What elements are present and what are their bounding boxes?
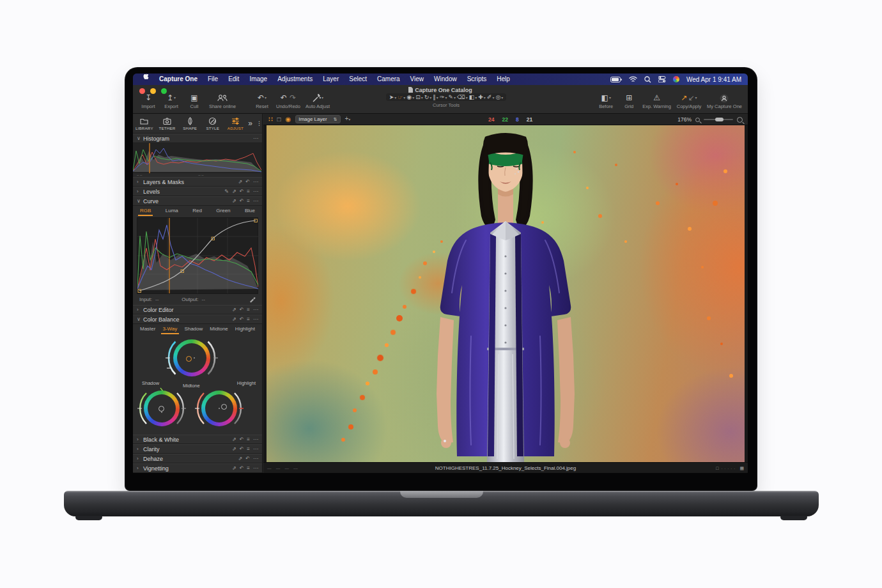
copy-adjustments-icon[interactable]: ⇗ (232, 187, 236, 196)
copy-adjustments-icon[interactable]: ⇗ (232, 445, 236, 453)
cb-tab-highlight[interactable]: Highlight (233, 325, 257, 334)
highlight-wheel-handle[interactable] (221, 404, 227, 410)
color-picker-tool[interactable]: ✑▾ (440, 94, 447, 100)
more-icon[interactable]: ⋯ (253, 178, 258, 186)
zoom-out-icon[interactable] (695, 118, 700, 122)
sidebar-tab-tether[interactable]: TETHER (156, 114, 179, 133)
before-button[interactable]: ◧▾Before (594, 93, 617, 109)
tab-overflow-menu[interactable]: ⋮ (256, 120, 262, 127)
zoom-in-icon[interactable] (737, 117, 743, 123)
grid-button[interactable]: ⊞Grid (617, 93, 640, 109)
reset-icon[interactable]: ↶ (245, 454, 250, 463)
straighten-tool[interactable]: ∥▾ (433, 94, 438, 100)
presets-icon[interactable]: ≡ (247, 315, 250, 323)
menu-help[interactable]: Help (491, 74, 515, 85)
reset-icon[interactable]: ↶ (240, 435, 244, 444)
cb-tab-midtone[interactable]: Midtone (208, 325, 229, 334)
zoom-slider-handle[interactable] (715, 118, 723, 121)
reset-button[interactable]: ↶▾Reset (251, 93, 274, 109)
reset-icon[interactable]: ↶ (240, 197, 244, 205)
menu-select[interactable]: Select (344, 74, 372, 85)
more-icon[interactable]: ⋯ (253, 306, 258, 314)
midtone-color-wheel[interactable] (173, 339, 210, 376)
wifi-icon[interactable] (629, 76, 637, 82)
loupe-tool[interactable]: ◉▾ (406, 94, 414, 100)
presets-icon[interactable]: ≡ (247, 464, 250, 472)
vignetting-panel-header[interactable]: ›Vignetting ⇗↶≡⋯ (133, 463, 262, 473)
menu-camera[interactable]: Camera (372, 74, 405, 85)
shadow-wheel-handle[interactable] (159, 406, 164, 412)
annotate-tool[interactable]: ◎▾ (495, 94, 503, 100)
menu-clock[interactable]: Wed Apr 1 9:41 AM (686, 76, 741, 83)
color-editor-panel-header[interactable]: ›Color Editor ⇗↶≡⋯ (133, 305, 262, 314)
color-balance-panel-header[interactable]: ∨Color Balance ⇗↶≡⋯ (133, 314, 262, 324)
menu-scripts[interactable]: Scripts (462, 74, 492, 85)
menu-image[interactable]: Image (244, 74, 272, 85)
rating-dots[interactable]: ····· (721, 467, 737, 470)
curve-tab-luma[interactable]: Luma (164, 206, 180, 216)
more-icon[interactable]: ⋯ (253, 197, 258, 205)
cb-tab-3way[interactable]: 3-Way (161, 325, 180, 334)
reset-icon[interactable]: ↶ (240, 445, 244, 453)
auto-levels-icon[interactable]: ✎ (224, 187, 229, 196)
presets-icon[interactable]: ≡ (247, 197, 250, 205)
eyedropper-icon[interactable] (249, 297, 256, 303)
copy-adjustments-icon[interactable]: ⇗ (238, 454, 243, 463)
color-profile-icon[interactable] (673, 76, 679, 82)
copy-adjustments-icon[interactable]: ⇗ (232, 435, 236, 444)
menu-layer[interactable]: Layer (318, 74, 344, 85)
cull-button[interactable]: ▣Cull (183, 93, 206, 109)
menu-view[interactable]: View (405, 74, 429, 85)
curve-panel-header[interactable]: ∨Curve ⇗↶≡⋯ (133, 196, 262, 206)
menu-file[interactable]: File (203, 74, 223, 85)
reset-icon[interactable]: ↶ (240, 306, 244, 314)
auto-adjust-button[interactable]: ▾ Auto Adjust (303, 93, 332, 109)
layer-select[interactable]: Image Layer⇅ (295, 115, 340, 123)
sidebar-tab-style[interactable]: STYLE (201, 114, 224, 133)
control-center-icon[interactable] (658, 76, 666, 82)
exposure-warning-button[interactable]: ⚠Exp. Warning (640, 93, 673, 109)
crop-tool[interactable]: ⊡▾ (415, 94, 423, 100)
filmstrip-icon[interactable]: ▦ (739, 466, 744, 471)
zoom-slider[interactable] (704, 119, 733, 120)
rotate-tool[interactable]: ↻▾ (424, 94, 432, 100)
more-icon[interactable]: ⋯ (253, 187, 258, 196)
draw-mask-tool[interactable]: ✎▾ (448, 94, 456, 100)
curve-tab-blue[interactable]: Blue (243, 206, 257, 216)
import-button[interactable]: ↧Import (137, 93, 160, 109)
sidebar-tab-shape[interactable]: SHAPE (178, 114, 201, 133)
copy-adjustments-icon[interactable]: ⇗ (238, 178, 243, 186)
black-white-panel-header[interactable]: ›Black & White ⇗↶≡⋯ (133, 435, 262, 444)
curve-tab-rgb[interactable]: RGB (138, 206, 153, 216)
thumbnail-toggle-icon[interactable]: □ (716, 466, 718, 470)
add-layer-button[interactable]: +▾ (345, 113, 351, 125)
levels-panel-header[interactable]: ›Levels ✎⇗↶≡⋯ (133, 187, 262, 196)
apple-menu-icon[interactable] (139, 74, 154, 86)
reset-icon[interactable]: ↶ (240, 315, 244, 323)
undo-redo-button[interactable]: ↶ ↷Undo/Redo (274, 93, 303, 109)
proof-view-icon[interactable]: ◉ (285, 114, 291, 125)
copy-adjustments-icon[interactable]: ⇗ (232, 197, 236, 205)
layers-masks-panel-header[interactable]: ›Layers & Masks ⇗↶⋯ (133, 177, 262, 187)
menu-window[interactable]: Window (429, 74, 462, 85)
spotlight-search-icon[interactable] (644, 76, 651, 83)
reset-icon[interactable]: ↶ (240, 187, 244, 196)
copy-adjustments-icon[interactable]: ⇗ (232, 315, 236, 323)
pan-hand-tool[interactable]: ☞▾ (398, 94, 405, 100)
photo-canvas[interactable] (267, 125, 745, 462)
linear-gradient-mask-tool[interactable]: ◧▾ (469, 94, 477, 100)
histogram-panel-header[interactable]: ∨Histogram ⋯ (133, 134, 262, 143)
sidebar-tab-adjust[interactable]: ADJUST (224, 114, 247, 133)
midtone-wheel-handle[interactable] (186, 356, 192, 362)
presets-icon[interactable]: ≡ (247, 435, 250, 444)
reset-icon[interactable]: ↶ (240, 464, 244, 472)
curve-graph[interactable] (137, 217, 258, 294)
sidebar-tab-library[interactable]: LIBRARY (133, 114, 156, 133)
more-tabs-chevrons[interactable]: » (248, 119, 252, 128)
share-online-button[interactable]: Share online (206, 93, 239, 109)
menu-app-name[interactable]: Capture One (154, 74, 203, 85)
presets-icon[interactable]: ≡ (247, 445, 250, 453)
more-icon[interactable]: ⋯ (253, 315, 258, 323)
curve-tab-red[interactable]: Red (190, 206, 204, 216)
copy-adjustments-icon[interactable]: ⇗ (232, 464, 236, 472)
